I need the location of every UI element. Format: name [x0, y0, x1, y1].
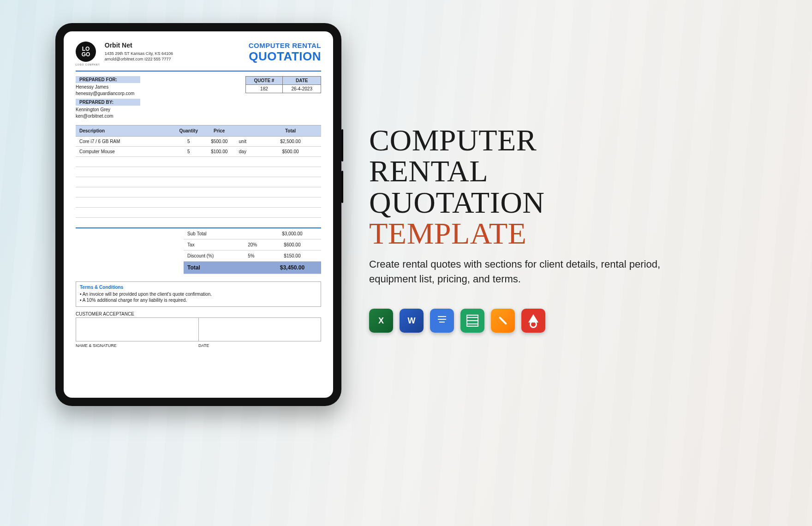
item-unit: day	[235, 147, 260, 157]
terms-line: • A 10% additional charge for any liabil…	[80, 298, 317, 303]
prepared-for-email: henessy@guardiancorp.com	[76, 91, 218, 96]
quote-date-value: 26-4-2023	[283, 85, 321, 93]
date-box	[199, 317, 322, 341]
quote-meta-table: QUOTE # DATE 182 26-4-2023	[245, 76, 322, 93]
signature-name-label: NAME & SIGNATURE	[76, 343, 198, 348]
items-table: Description Quantity Price Total Core i7…	[76, 125, 321, 228]
col-description: Description	[76, 126, 174, 137]
company-name: Orbit Net	[105, 42, 173, 49]
promo-description: Create rental quotes with sections for c…	[369, 257, 664, 287]
table-row	[76, 218, 321, 228]
tax-pct: 20%	[244, 239, 263, 250]
tax-label: Tax	[184, 239, 244, 250]
header-rule	[76, 71, 321, 72]
table-row: Core i7 / 6 GB RAM 5 $500.00 unit $2,500…	[76, 137, 321, 147]
item-unit: unit	[235, 137, 260, 147]
prepared-by-name: Kennington Grey	[76, 107, 218, 112]
col-quantity: Quantity	[174, 126, 203, 137]
meta-row: PREPARED FOR: Henessy James henessy@guar…	[76, 76, 321, 96]
tablet-frame: LO GO LOGO COMPANY Orbit Net 1435 29th S…	[55, 23, 341, 406]
table-row: Computer Mouse 5 $100.00 day $500.00	[76, 147, 321, 157]
signature-box	[76, 317, 199, 341]
items-body: Core i7 / 6 GB RAM 5 $500.00 unit $2,500…	[76, 137, 321, 228]
prepared-for-name: Henessy James	[76, 84, 218, 90]
prepared-for-block: PREPARED FOR: Henessy James henessy@guar…	[76, 76, 218, 96]
discount-value: $150.00	[263, 250, 321, 261]
discount-label: Discount (%)	[184, 250, 244, 261]
company-address: 1435 29th ST Kansas City, KS 64106	[105, 51, 173, 56]
excel-icon: X	[369, 309, 393, 333]
grand-total-label: Total	[184, 261, 244, 274]
pages-icon	[491, 309, 515, 333]
item-qty: 5	[174, 147, 203, 157]
logo-text-bot: GO	[82, 52, 90, 57]
signature-labels: NAME & SIGNATURE DATE	[76, 343, 321, 348]
brand-text: Orbit Net 1435 29th ST Kansas City, KS 6…	[105, 42, 173, 62]
promo-title-line: COMPUTER	[369, 123, 537, 157]
col-price: Price	[203, 126, 235, 137]
terms-title: Terms & Conditions	[80, 285, 317, 290]
quote-number-header: QUOTE #	[245, 77, 283, 85]
document-screen: LO GO LOGO COMPANY Orbit Net 1435 29th S…	[64, 31, 333, 398]
item-price: $500.00	[203, 137, 235, 147]
promo-panel: COMPUTER RENTAL QUOTATION TEMPLATE Creat…	[369, 125, 692, 333]
subtotal-label: Sub Total	[184, 228, 244, 239]
company-contact: arnold@orbitnet.com I222 555 7777	[105, 56, 173, 62]
item-price: $100.00	[203, 147, 235, 157]
prepared-by-block: PREPARED BY: Kennington Grey ken@orbitne…	[76, 99, 321, 119]
prepared-for-label: PREPARED FOR:	[76, 76, 140, 83]
discount-pct: 5%	[244, 250, 263, 261]
company-logo-icon: LO GO	[76, 42, 96, 62]
item-total: $500.00	[260, 147, 321, 157]
google-docs-icon	[430, 309, 454, 333]
prepared-by-label: PREPARED BY:	[76, 99, 140, 106]
col-unit	[235, 126, 260, 137]
quote-date-header: DATE	[283, 77, 321, 85]
promo-title: COMPUTER RENTAL QUOTATION TEMPLATE	[369, 125, 692, 249]
pdf-icon	[521, 309, 545, 333]
title-line-2: QUOTATION	[249, 49, 321, 64]
logo-wrap: LO GO LOGO COMPANY	[76, 42, 100, 66]
terms-line: • An invoice will be provided upon the c…	[80, 292, 317, 297]
logo-subtext: LOGO COMPANY	[76, 63, 100, 66]
item-qty: 5	[174, 137, 203, 147]
table-row	[76, 197, 321, 208]
word-icon: W	[400, 309, 424, 333]
acceptance-label: CUSTOMER ACCEPTANCE	[76, 311, 321, 317]
prepared-by-email: ken@orbitnet.com	[76, 114, 218, 119]
promo-title-line: QUOTATION	[369, 185, 545, 219]
table-row	[76, 177, 321, 187]
item-desc: Core i7 / 6 GB RAM	[76, 137, 174, 147]
subtotal-value: $3,000.00	[263, 228, 321, 239]
table-row	[76, 167, 321, 177]
brand-block: LO GO LOGO COMPANY Orbit Net 1435 29th S…	[76, 42, 173, 66]
totals-section: Sub Total $3,000.00 Tax 20% $600.00 Disc…	[76, 228, 321, 274]
item-total: $2,500.00	[260, 137, 321, 147]
table-row	[76, 208, 321, 218]
tax-value: $600.00	[263, 239, 321, 250]
col-total: Total	[260, 126, 321, 137]
grand-total-value: $3,450.00	[263, 261, 321, 274]
item-desc: Computer Mouse	[76, 147, 174, 157]
google-sheets-icon	[460, 309, 484, 333]
acceptance-grid	[76, 317, 321, 341]
format-icons-row: X W	[369, 309, 692, 333]
title-line-1: COMPUTER RENTAL	[249, 42, 321, 49]
promo-title-accent: TEMPLATE	[369, 218, 692, 249]
document-title: COMPUTER RENTAL QUOTATION	[249, 42, 321, 64]
table-row	[76, 187, 321, 197]
table-row	[76, 157, 321, 167]
signature-date-label: DATE	[198, 343, 321, 348]
promo-title-line: RENTAL	[369, 154, 488, 188]
document-header: LO GO LOGO COMPANY Orbit Net 1435 29th S…	[76, 42, 321, 66]
terms-box: Terms & Conditions • An invoice will be …	[76, 281, 321, 307]
quote-number-value: 182	[245, 85, 283, 93]
